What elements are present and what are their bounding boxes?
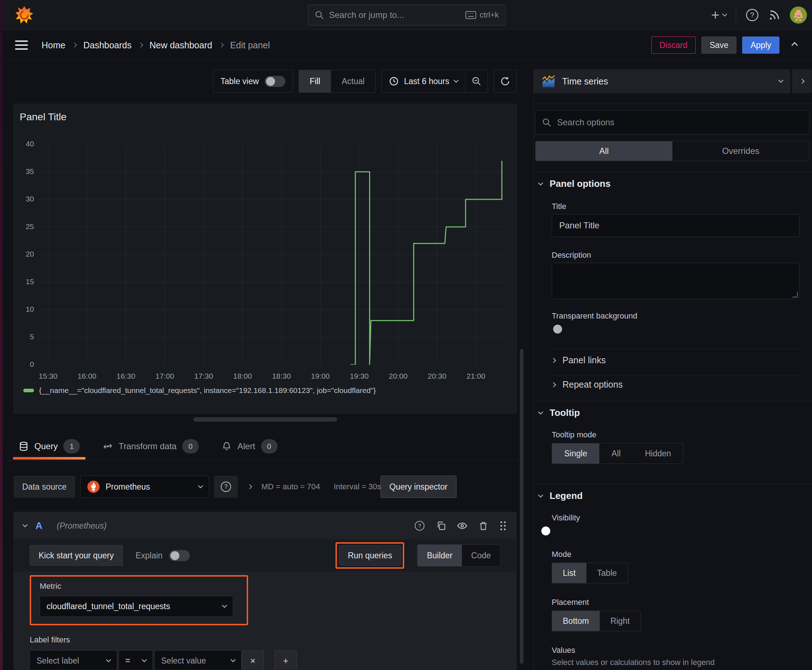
global-search[interactable]: ctrl+k (308, 5, 505, 25)
legend-mode-table[interactable]: Table (587, 563, 627, 583)
select-value-dropdown[interactable]: Select value (154, 650, 242, 670)
drag-handle-grip-icon[interactable] (499, 520, 507, 531)
chart-panel[interactable]: Panel Title 0510152025303540 15:3016:001… (14, 104, 517, 413)
expand-stats-chevron[interactable] (247, 484, 252, 489)
breadcrumb-home[interactable]: Home (42, 40, 66, 51)
x-tick: 16:00 (71, 372, 103, 381)
add-filter-button[interactable]: + (275, 650, 297, 670)
resize-grip-icon[interactable] (792, 292, 798, 298)
duplicate-query-icon[interactable] (436, 521, 446, 531)
x-tick: 17:00 (149, 372, 181, 381)
prometheus-icon (87, 481, 100, 493)
alert-count-badge: 0 (261, 439, 278, 453)
kick-start-query-button[interactable]: Kick start your query (30, 545, 123, 566)
actual-option[interactable]: Actual (331, 70, 375, 92)
collapse-options-pane-button[interactable] (792, 43, 797, 47)
grafana-edit-panel-screen: ctrl+k ? Home Dashboards (0, 0, 812, 670)
breadcrumb-dashboards[interactable]: Dashboards (83, 40, 132, 51)
delete-query-trash-icon[interactable] (478, 521, 488, 531)
time-series-chart[interactable] (39, 144, 504, 365)
legend-section-header[interactable]: Legend (539, 490, 583, 501)
select-label-dropdown[interactable]: Select label (30, 650, 117, 670)
fill-option[interactable]: Fill (299, 70, 331, 92)
y-tick: 30 (14, 195, 34, 203)
search-shortcut: ctrl+k (465, 10, 499, 20)
panel-title-input[interactable] (552, 214, 800, 237)
description-textarea[interactable] (552, 263, 800, 299)
toggle-viz-suggestions-button[interactable] (792, 69, 812, 93)
tooltip-mode-hidden[interactable]: Hidden (633, 443, 683, 464)
tooltip-section-header[interactable]: Tooltip (539, 407, 580, 418)
horizontal-scrollbar-thumb[interactable] (193, 417, 337, 421)
tab-overrides[interactable]: Overrides (672, 141, 809, 161)
chevron-right-icon (219, 42, 224, 47)
legend-mode-label: Mode (552, 550, 571, 559)
operator-dropdown[interactable]: = (119, 650, 153, 670)
repeat-options-section-header[interactable]: Repeat options (552, 379, 622, 390)
save-button[interactable]: Save (701, 37, 736, 54)
query-inspector-button[interactable]: Query inspector (381, 475, 456, 498)
news-rss-button[interactable] (768, 9, 780, 21)
y-tick: 20 (14, 250, 34, 259)
tab-all[interactable]: All (536, 141, 672, 161)
builder-option[interactable]: Builder (417, 545, 462, 566)
collapse-query-chevron[interactable] (22, 522, 27, 527)
legend-values-label: Values (552, 646, 575, 655)
datasource-help-button[interactable]: ? (214, 475, 238, 498)
zoom-out-time-button[interactable] (465, 70, 488, 92)
tooltip-mode-single[interactable]: Single (552, 443, 599, 464)
hide-response-eye-icon[interactable] (457, 520, 468, 531)
visualization-picker[interactable]: Time series (534, 69, 790, 93)
y-tick: 35 (14, 167, 34, 176)
transform-icon (103, 441, 113, 451)
tab-transform-data[interactable]: Transform data 0 (103, 432, 199, 460)
transparent-background-label: Transparent background (552, 311, 637, 321)
run-queries-button[interactable]: Run queries (339, 545, 401, 565)
query-row-header[interactable]: A (Prometheus) ? (14, 512, 516, 540)
label-filters-label: Label filters (30, 635, 500, 645)
metric-highlight-box: Metric cloudflared_tunnel_total_requests (30, 575, 248, 625)
refresh-button[interactable] (494, 70, 517, 93)
legend-placement-right[interactable]: Right (600, 611, 641, 631)
user-avatar[interactable] (790, 7, 807, 24)
discard-button[interactable]: Discard (651, 37, 696, 54)
search-options-input[interactable] (557, 117, 803, 127)
x-tick: 19:30 (343, 372, 375, 381)
tab-query[interactable]: Query 1 (19, 432, 80, 460)
breadcrumb-new-dashboard[interactable]: New dashboard (150, 40, 212, 51)
code-option[interactable]: Code (462, 545, 500, 566)
search-input[interactable] (329, 10, 460, 20)
datasource-picker[interactable]: Prometheus (80, 475, 209, 498)
tooltip-mode-all[interactable]: All (599, 443, 633, 464)
vertical-scrollbar-thumb[interactable] (520, 349, 524, 664)
query-builder-area: Metric cloudflared_tunnel_total_requests… (14, 572, 516, 670)
legend-mode-list[interactable]: List (552, 563, 587, 583)
tab-alert[interactable]: Alert 0 (222, 432, 277, 460)
chart-legend-item[interactable]: {__name__="cloudflared_tunnel_total_requ… (23, 386, 376, 395)
query-ref-id: A (36, 520, 42, 531)
tabs-divider (0, 460, 526, 461)
x-tick: 15:30 (32, 372, 64, 381)
query-help-icon[interactable]: ? (414, 520, 425, 531)
x-tick: 20:00 (382, 372, 414, 381)
transform-count-badge: 0 (182, 439, 199, 453)
bell-icon (222, 441, 232, 451)
time-range-picker[interactable]: Last 6 hours (381, 70, 465, 92)
menu-toggle-button[interactable] (15, 41, 28, 50)
table-view-toggle[interactable] (264, 76, 285, 87)
add-new-button[interactable] (711, 10, 726, 20)
legend-placement-bottom[interactable]: Bottom (552, 611, 600, 631)
panel-links-section-header[interactable]: Panel links (552, 355, 606, 365)
explain-toggle[interactable] (169, 550, 190, 561)
panel-options-section-header[interactable]: Panel options (539, 178, 610, 189)
builder-code-switch: Builder Code (417, 544, 500, 567)
search-options-box[interactable] (535, 110, 810, 135)
remove-filter-button[interactable]: × (242, 650, 264, 670)
help-button[interactable]: ? (746, 8, 759, 22)
metric-select[interactable]: cloudflared_tunnel_total_requests (40, 596, 233, 617)
apply-button[interactable]: Apply (742, 37, 780, 54)
visualization-name: Time series (562, 76, 608, 86)
grafana-logo-icon[interactable] (15, 6, 34, 24)
legend-visibility-label: Visibility (552, 513, 580, 523)
legend-placement-switch: Bottom Right (552, 611, 641, 631)
